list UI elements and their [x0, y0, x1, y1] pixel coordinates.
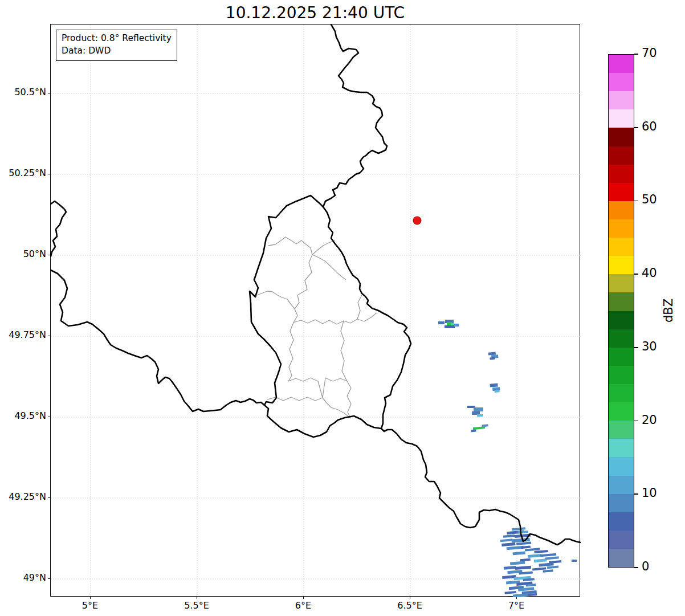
canton-border [341, 321, 347, 381]
colorbar-tick-mark [634, 493, 638, 495]
colorbar-tick-mark [634, 274, 638, 275]
echo-pixel [482, 424, 488, 427]
colorbar-band [609, 512, 634, 531]
echo-pixel [512, 551, 525, 555]
echo-pixel [534, 558, 547, 562]
y-tick-mark [48, 174, 50, 174]
y-tick-label: 49°N [6, 572, 46, 583]
echo-cluster-a [438, 320, 459, 328]
x-tick-mark [516, 597, 517, 599]
france-germany-border [381, 429, 581, 545]
y-tick-mark [48, 417, 50, 417]
echo-pixel [504, 591, 516, 594]
map-area: Product: 0.8° Reflectivity Data: DWD [50, 24, 580, 597]
canton-border [323, 378, 347, 398]
map-canvas [51, 25, 581, 597]
colorbar-band [609, 109, 634, 128]
echo-pixel [510, 561, 525, 565]
echo-cluster-e [471, 424, 489, 432]
echo-pixel [503, 535, 515, 538]
colorbar-tick-label: 60 [642, 120, 657, 133]
echo-pixel [545, 556, 558, 560]
colorbar-band [609, 457, 634, 475]
colorbar-band [609, 348, 634, 366]
colorbar-band [609, 366, 634, 384]
y-tick-mark [48, 255, 50, 255]
colorbar-band [609, 183, 634, 201]
echo-pixel [534, 550, 548, 553]
canton-border [288, 378, 323, 398]
colorbar-band [609, 219, 634, 238]
colorbar-band [609, 91, 634, 109]
colorbar-band [609, 292, 634, 311]
echo-dot-east [572, 560, 577, 562]
colorbar-band [609, 384, 634, 402]
colorbar-tick-label: 0 [642, 560, 649, 573]
canton-border [288, 323, 293, 381]
x-tick-label: 5°E [64, 600, 116, 611]
colorbar-band [609, 402, 634, 421]
colorbar-band [609, 421, 634, 439]
canton-border [293, 313, 377, 324]
colorbar-tick-label: 20 [642, 413, 657, 427]
colorbar-band [609, 73, 634, 91]
product-info-box: Product: 0.8° Reflectivity Data: DWD [56, 30, 177, 61]
echo-pixel [471, 430, 476, 433]
y-tick-label: 49.25°N [6, 491, 46, 502]
echo-pixel [500, 539, 512, 542]
colorbar-tick-label: 70 [642, 46, 657, 60]
canton-border [268, 237, 312, 255]
echo-cluster-c [490, 383, 500, 393]
colorbar-band [609, 311, 634, 329]
echo-pixel [494, 390, 499, 393]
colorbar-tick-mark [634, 201, 638, 202]
echo-pixel [445, 325, 455, 328]
y-tick-label: 50.25°N [6, 168, 46, 178]
echo-pixel [477, 414, 483, 417]
echo-pixel [438, 321, 445, 324]
echo-pixel [512, 527, 525, 531]
canton-border [323, 398, 350, 418]
echo-pixel [572, 560, 577, 562]
radar-site-marker [413, 217, 421, 225]
canton-border [357, 295, 362, 319]
france-belgium-border [51, 270, 264, 411]
colorbar-band [609, 439, 634, 457]
echo-pixel [528, 554, 541, 558]
colorbar-band [609, 549, 634, 567]
colorbar [608, 54, 634, 568]
y-tick-label: 49.75°N [6, 329, 46, 340]
product-label: Product: 0.8° Reflectivity [62, 32, 172, 44]
colorbar-tick-label: 40 [642, 266, 657, 280]
echo-pixel [515, 566, 531, 570]
x-tick-label: 6.5°E [384, 600, 435, 611]
colorbar-tick-mark [634, 421, 638, 422]
x-tick-label: 7°E [491, 600, 542, 611]
y-tick-label: 50°N [6, 248, 46, 259]
colorbar-band [609, 165, 634, 183]
colorbar-tick-label: 10 [642, 486, 657, 500]
colorbar-band [609, 494, 634, 512]
x-tick-mark [410, 597, 410, 599]
colorbar-band [609, 201, 634, 219]
colorbar-band [609, 238, 634, 256]
canton-border [347, 381, 351, 418]
x-tick-mark [303, 597, 304, 599]
y-tick-mark [48, 578, 50, 579]
echo-field-main [498, 524, 564, 597]
colorbar-band [609, 256, 634, 274]
echo-pixel [532, 567, 546, 570]
echo-pixel [539, 562, 553, 566]
colorbar-axis-label: dBZ [654, 291, 683, 331]
colorbar-tick-mark [634, 347, 638, 348]
colorbar-tick-mark [634, 127, 638, 128]
echo-pixel [516, 541, 531, 545]
canton-border [312, 240, 335, 255]
radar-map-figure: 10.12.2025 21:40 UTC Product: 0.8° Refle… [0, 0, 685, 616]
echo-cluster-b [488, 352, 499, 360]
y-tick-mark [48, 497, 50, 498]
page-title: 10.12.2025 21:40 UTC [50, 3, 580, 22]
canton-border [312, 255, 346, 280]
echo-pixel [451, 323, 454, 325]
colorbar-band [609, 146, 634, 165]
